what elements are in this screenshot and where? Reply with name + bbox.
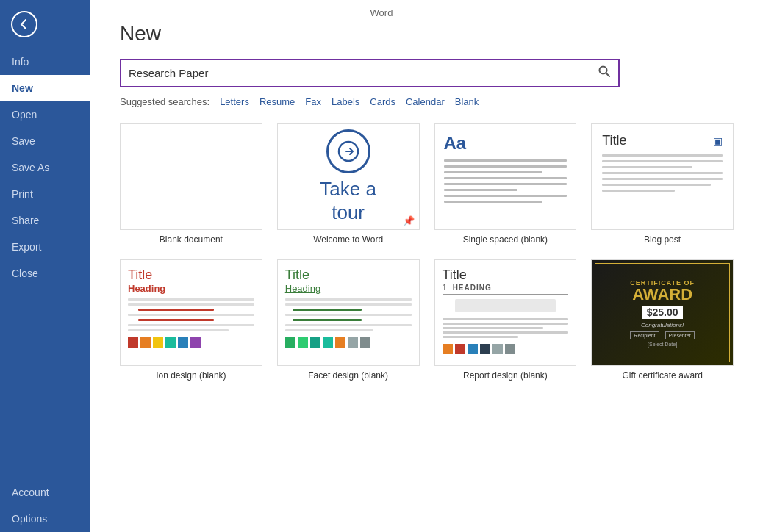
- sidebar-item-new[interactable]: New: [0, 75, 90, 101]
- facet-lines: [285, 298, 412, 331]
- svg-line-1: [606, 73, 610, 77]
- gift-date: [Select Date]: [648, 342, 677, 347]
- facet-colors: [285, 337, 370, 348]
- suggested-blank[interactable]: Blank: [455, 96, 479, 107]
- tour-thumb: Take atour 📌: [277, 123, 420, 230]
- report-colors: [443, 344, 515, 354]
- ss-lines: [444, 159, 567, 203]
- gift-recipient-btn: Recipient: [630, 331, 659, 339]
- sidebar-item-open[interactable]: Open: [0, 101, 90, 128]
- gift-price: $25.00: [642, 306, 683, 319]
- sidebar-item-export[interactable]: Export: [0, 234, 90, 260]
- template-single-spaced[interactable]: Aa Single spaced (blank): [434, 123, 577, 245]
- ion-label: Ion design (blank): [120, 370, 262, 381]
- sidebar-item-print[interactable]: Print: [0, 181, 90, 207]
- pin-icon: 📌: [403, 215, 415, 226]
- template-gift[interactable]: CERTIFICATE OF AWARD $25.00 Congratulati…: [591, 259, 734, 381]
- template-blank[interactable]: Blank document: [120, 123, 262, 245]
- report-thumb: Title 1 HEADING: [434, 259, 577, 366]
- gift-award-text: AWARD: [632, 287, 692, 303]
- single-spaced-label: Single spaced (blank): [434, 234, 577, 245]
- blog-title-bar: Title ▣: [602, 133, 723, 148]
- sidebar-item-account[interactable]: Account: [0, 479, 90, 506]
- back-button[interactable]: [6, 6, 43, 43]
- blog-label: Blog post: [591, 234, 734, 245]
- ss-aa: Aa: [444, 133, 467, 154]
- blog-lines: [602, 154, 723, 192]
- sidebar-item-save[interactable]: Save: [0, 128, 90, 154]
- report-title: Title: [443, 267, 467, 283]
- tour-arrow-icon: [326, 129, 370, 173]
- blank-thumb: [120, 123, 262, 230]
- gift-thumb: CERTIFICATE OF AWARD $25.00 Congratulati…: [591, 259, 734, 366]
- main-content: Word New Suggested searches: Letters Res…: [90, 0, 763, 532]
- sidebar-item-info[interactable]: Info: [0, 48, 90, 75]
- suggested-calendar[interactable]: Calendar: [406, 96, 445, 107]
- ion-thumb: Title Heading: [120, 259, 262, 366]
- facet-label: Facet design (blank): [277, 370, 420, 381]
- search-button[interactable]: [598, 65, 611, 82]
- single-spaced-thumb: Aa: [434, 123, 577, 230]
- gift-presenter-btn: Presenter: [665, 331, 695, 339]
- facet-heading: Heading: [285, 283, 320, 294]
- suggested-fax[interactable]: Fax: [305, 96, 321, 107]
- sidebar-nav: Info New Open Save Save As Print Share E…: [0, 48, 90, 532]
- template-facet[interactable]: Title Heading: [277, 259, 420, 381]
- tour-text: Take atour: [320, 178, 376, 223]
- suggested-letters[interactable]: Letters: [220, 96, 249, 107]
- suggested-resume[interactable]: Resume: [259, 96, 295, 107]
- gift-inner: CERTIFICATE OF AWARD $25.00 Congratulati…: [592, 260, 733, 365]
- template-ion[interactable]: Title Heading: [120, 259, 262, 381]
- ion-heading: Heading: [128, 283, 165, 294]
- suggested-label: Suggested searches:: [120, 96, 209, 107]
- ion-lines: [128, 298, 254, 331]
- report-heading-bar: 1 HEADING: [443, 283, 569, 295]
- report-content: [443, 299, 569, 338]
- blank-label: Blank document: [120, 234, 262, 245]
- facet-thumb: Title Heading: [277, 259, 420, 366]
- template-tour[interactable]: Take atour 📌 Welcome to Word: [277, 123, 420, 245]
- ion-title: Title: [128, 267, 152, 283]
- blog-icon: ▣: [713, 135, 723, 147]
- suggested-labels[interactable]: Labels: [332, 96, 359, 107]
- tour-label: Welcome to Word: [277, 234, 420, 245]
- blog-thumb: Title ▣: [591, 123, 734, 230]
- sidebar-item-close[interactable]: Close: [0, 260, 90, 287]
- search-bar: [120, 59, 620, 87]
- gift-label: Gift certificate award: [591, 370, 734, 381]
- page-title: New: [120, 22, 734, 46]
- sidebar-item-share[interactable]: Share: [0, 207, 90, 234]
- app-title: Word: [370, 7, 393, 18]
- template-grid: Blank document Take atour 📌 Welcome to W…: [120, 123, 734, 381]
- template-blog[interactable]: Title ▣ Blog post: [591, 123, 734, 245]
- sidebar-item-options[interactable]: Options: [0, 506, 90, 532]
- gift-congrats: Congratulations!: [641, 322, 684, 328]
- sidebar-item-save-as[interactable]: Save As: [0, 154, 90, 181]
- facet-title: Title: [285, 267, 309, 283]
- report-label: Report design (blank): [434, 370, 577, 381]
- suggested-cards[interactable]: Cards: [370, 96, 395, 107]
- suggested-searches: Suggested searches: Letters Resume Fax L…: [120, 96, 734, 107]
- sidebar: Info New Open Save Save As Print Share E…: [0, 0, 90, 532]
- search-input[interactable]: [129, 67, 598, 79]
- template-report[interactable]: Title 1 HEADING: [434, 259, 577, 381]
- gift-footer: Recipient Presenter: [630, 331, 695, 339]
- ion-colors: [128, 337, 201, 348]
